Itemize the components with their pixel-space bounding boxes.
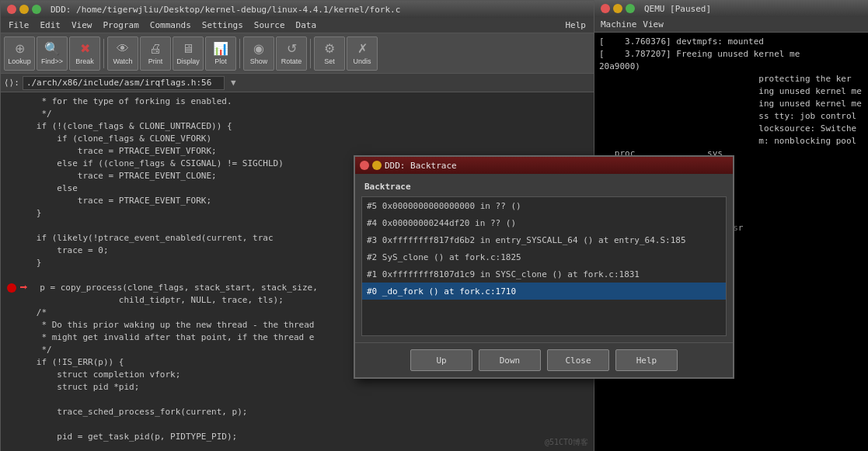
- ddd-menubar: File Edit View Program Commands Settings…: [1, 18, 594, 33]
- watch-button[interactable]: 👁 Watch: [107, 36, 138, 71]
- plot-button[interactable]: 📊 Plot: [205, 36, 236, 71]
- bt-list[interactable]: #5 0x0000000000000000 in ?? ()#4 0x00000…: [361, 196, 727, 336]
- menu-edit[interactable]: Edit: [36, 19, 66, 31]
- backtrace-row[interactable]: #1 0xffffffff8107d1c9 in SYSC_clone () a…: [362, 265, 726, 283]
- find-icon: 🔍: [44, 41, 60, 56]
- backtrace-dialog: DDD: Backtrace Backtrace #5 0x0000000000…: [354, 155, 734, 379]
- print-label: Print: [148, 57, 163, 65]
- menu-source[interactable]: Source: [249, 19, 290, 31]
- code-line: */: [7, 108, 587, 120]
- qemu-maximize-button[interactable]: [626, 4, 635, 13]
- menu-data[interactable]: Data: [291, 19, 322, 31]
- line-gutter: [7, 170, 12, 182]
- line-gutter: [7, 120, 12, 133]
- terminal-line: ss tty: job control: [599, 110, 863, 123]
- code-line: trace_sched_process_fork(current, p);: [7, 406, 587, 418]
- set-label: Set: [324, 57, 335, 65]
- code-text: struct completion vfork;: [26, 369, 181, 381]
- qemu-title: QEMU [Paused]: [644, 4, 711, 14]
- show-button[interactable]: ◉ Show: [243, 36, 274, 71]
- bt-close-button[interactable]: Close: [547, 349, 609, 371]
- code-text: child_tidptr, NULL, trace, tls);: [26, 294, 284, 307]
- terminal-line: protecting the ker: [599, 73, 863, 85]
- backtrace-row[interactable]: #2 SyS_clone () at fork.c:1825: [362, 248, 726, 265]
- menu-program[interactable]: Program: [99, 19, 144, 31]
- print-button[interactable]: 🖨 Print: [140, 36, 171, 71]
- line-gutter: [7, 133, 12, 145]
- rotate-button[interactable]: ↺ Rotate: [276, 36, 307, 71]
- rotate-label: Rotate: [281, 57, 302, 65]
- menu-help[interactable]: Help: [561, 19, 591, 31]
- backtrace-row[interactable]: #5 0x0000000000000000 in ?? (): [362, 197, 726, 214]
- bt-header: Backtrace: [361, 180, 727, 193]
- qemu-menu-machine[interactable]: Machine: [601, 19, 636, 29]
- line-gutter: [7, 344, 12, 356]
- watch-icon: 👁: [117, 42, 129, 56]
- code-text: }: [26, 257, 42, 269]
- line-gutter: [7, 356, 12, 369]
- code-text: */: [26, 108, 52, 120]
- line-gutter: [7, 257, 12, 269]
- line-gutter: [7, 245, 12, 257]
- qemu-close-button[interactable]: [601, 4, 610, 13]
- line-gutter: [7, 369, 12, 381]
- qemu-minimize-button[interactable]: [613, 4, 622, 13]
- find-button[interactable]: 🔍 Find>>: [37, 36, 68, 71]
- qemu-menu-view[interactable]: View: [643, 19, 664, 29]
- line-gutter: [7, 381, 12, 394]
- line-gutter: [7, 95, 12, 108]
- display-label: Display: [176, 57, 200, 65]
- source-dropdown-btn[interactable]: ▼: [231, 78, 236, 88]
- undis-button[interactable]: ✗ Undis: [347, 36, 378, 71]
- arrow-indicator: ⮕: [19, 282, 28, 294]
- line-gutter: [7, 431, 12, 443]
- lookup-button[interactable]: ⊕ Lookup: [4, 36, 35, 71]
- source-location-input[interactable]: [23, 76, 225, 90]
- break-label: Break: [75, 57, 94, 65]
- window-controls: [7, 5, 41, 14]
- toolbar-separator-3: [310, 39, 311, 68]
- menu-settings[interactable]: Settings: [197, 19, 248, 31]
- terminal-line: [ 3.787207] Freeing unused kernel me: [599, 48, 863, 61]
- qemu-titlebar: QEMU [Paused]: [594, 0, 868, 17]
- set-button[interactable]: ⚙ Set: [314, 36, 345, 71]
- toolbar-separator-2: [239, 39, 240, 68]
- line-gutter: [7, 269, 12, 282]
- lookup-icon: ⊕: [15, 41, 25, 56]
- line-gutter: [7, 294, 12, 307]
- breakpoint-indicator: [7, 283, 16, 293]
- bt-down-button[interactable]: Down: [479, 349, 541, 371]
- code-text: if (likely(!ptrace_event_enabled(current…: [26, 232, 274, 245]
- backtrace-row[interactable]: #0 _do_fork () at fork.c:1710: [362, 283, 726, 300]
- line-gutter: [7, 220, 12, 232]
- minimize-button[interactable]: [19, 5, 29, 14]
- code-text: /*: [26, 307, 47, 319]
- backtrace-row[interactable]: #3 0xffffffff817fd6b2 in entry_SYSCALL_6…: [362, 231, 726, 248]
- break-button[interactable]: ✖ Break: [69, 36, 100, 71]
- bt-help-button[interactable]: Help: [615, 349, 678, 371]
- maximize-button[interactable]: [32, 5, 41, 14]
- code-line: struct pid *pid;: [7, 381, 587, 394]
- bt-titlebar: DDD: Backtrace: [355, 157, 733, 174]
- set-icon: ⚙: [324, 41, 335, 56]
- bt-minimize-dot[interactable]: [372, 161, 382, 170]
- watermark: @51CTO博客: [545, 437, 588, 448]
- bt-up-button[interactable]: Up: [410, 349, 472, 371]
- code-text: trace = PTRACE_EVENT_FORK;: [26, 195, 211, 207]
- ddd-toolbar: ⊕ Lookup 🔍 Find>> ✖ Break 👁 Watch 🖨 Prin…: [1, 33, 594, 74]
- bt-close-dot[interactable]: [360, 161, 369, 170]
- code-text: * for the type of forking is enabled.: [26, 95, 232, 108]
- backtrace-row[interactable]: #4 0x00000000244df20 in ?? (): [362, 214, 726, 231]
- code-text: * Do this prior waking up the new thread…: [26, 319, 315, 331]
- menu-commands[interactable]: Commands: [145, 19, 196, 31]
- plot-label: Plot: [214, 57, 227, 65]
- bt-buttons: Up Down Close Help: [355, 342, 733, 377]
- terminal-line: ing unused kernel me: [599, 98, 863, 110]
- menu-view[interactable]: View: [67, 19, 97, 31]
- display-button[interactable]: 🖥 Display: [173, 36, 204, 71]
- code-text: trace = PTRACE_EVENT_VFORK;: [26, 145, 217, 158]
- code-line: if (!(clone_flags & CLONE_UNTRACED)) {: [7, 120, 587, 133]
- menu-file[interactable]: File: [4, 19, 34, 31]
- line-gutter: [7, 158, 12, 170]
- close-button[interactable]: [7, 5, 16, 14]
